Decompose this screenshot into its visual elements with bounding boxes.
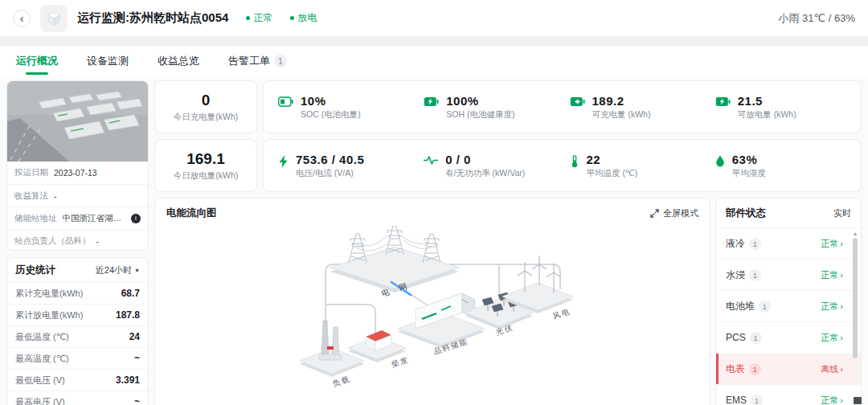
page-title: 运行监测:苏州乾时站点0054 — [77, 10, 228, 26]
monitoring-page: ‹ 运行监测:苏州乾时站点0054 正常 放电 小雨 31℃ / 63% 运行概… — [0, 0, 868, 405]
today-discharge-card: 169.1 今日放电量(kWh) — [154, 139, 257, 192]
tab-bar: 运行概况 设备监测 收益总览 告警工单1 — [0, 46, 868, 76]
battery-soc-icon — [278, 96, 293, 107]
fullscreen-button[interactable]: 全屏模式 — [650, 207, 698, 219]
power-wave-icon — [424, 155, 438, 166]
top-header: ‹ 运行监测:苏州乾时站点0054 正常 放电 小雨 31℃ / 63% — [0, 0, 868, 36]
component-list-scrollbar[interactable]: ▲ — [851, 231, 859, 405]
status-badge-normal: 正常 — [246, 11, 272, 25]
kpi-avg-humidity: 63%平均湿度 — [715, 153, 861, 179]
header-divider — [0, 36, 868, 46]
storage-node — [398, 293, 485, 348]
battery-dischargeable-icon — [715, 96, 731, 107]
component-row-water-immersion[interactable]: 水浸1 正常› — [716, 260, 861, 291]
power-flow-card: 电能流向图 全屏模式 — [154, 198, 710, 405]
green-dot-icon — [246, 16, 250, 20]
history-stats-card: 历史统计 近24小时▼ 累计充电量(kWh)68.7 累计放电量(kWh)187… — [6, 257, 149, 405]
history-row: 累计充电量(kWh)68.7 — [7, 282, 148, 304]
today-charge-card: 0 今日充电量(kWh) — [154, 80, 257, 133]
component-row-ems[interactable]: EMS1 正常› — [716, 385, 861, 405]
chevron-right-icon: › — [840, 395, 843, 405]
count-badge: 1 — [750, 332, 762, 344]
count-badge: 1 — [749, 238, 761, 250]
info-row-commission-date: 投运日期 2023-07-13 — [7, 162, 148, 184]
component-row-battery-stack[interactable]: 电池堆1 正常› — [716, 291, 861, 322]
station-info-card: 投运日期 2023-07-13 收益算法 - 储能站地址 中国浙江省湖州市吴兴区… — [6, 80, 149, 251]
droplet-icon — [715, 155, 725, 167]
chevron-left-icon: ‹ — [20, 13, 24, 24]
battery-kpi-card: 10%SOC (电池电量) 100%SOH (电池健康度) 189.2可充电量 … — [263, 80, 862, 133]
realtime-toggle[interactable]: 实时 — [833, 207, 851, 219]
flow-title: 电能流向图 — [166, 207, 217, 220]
info-icon[interactable]: i — [131, 214, 141, 223]
kpi-power: 0 / 0有/无功功率 (kW/Var) — [424, 153, 569, 179]
grid-node — [330, 226, 459, 292]
history-row: 累计放电量(kWh)187.8 — [7, 304, 148, 325]
info-row-address: 储能站地址 中国浙江省湖州市吴兴区... i — [7, 207, 148, 229]
component-row-pcs[interactable]: PCS1 正常› — [716, 322, 861, 354]
tab-alarm-orders[interactable]: 告警工单1 — [228, 46, 287, 76]
station-cube-icon — [40, 5, 68, 32]
battery-soh-icon — [424, 96, 439, 107]
chevron-right-icon: › — [840, 364, 843, 374]
history-row: 最高温度 (℃)~ — [7, 347, 148, 369]
kpi-avg-temp: 22平均温度 (℃) — [570, 153, 715, 179]
count-badge: 1 — [759, 301, 771, 313]
history-range-dropdown[interactable]: 近24小时▼ — [96, 264, 140, 276]
chevron-right-icon: › — [840, 239, 843, 248]
back-button[interactable]: ‹ — [13, 10, 31, 27]
chevron-right-icon: › — [840, 270, 843, 280]
kpi-chargeable: 189.2可充电量 (kWh) — [570, 94, 715, 121]
kpi-soc: 10%SOC (电池电量) — [278, 94, 424, 121]
electrical-kpi-card: 753.6 / 40.5电压/电流 (V/A) 0 / 0有/无功功率 (kW/… — [263, 139, 862, 192]
scroll-up-icon: ▲ — [853, 231, 858, 237]
battery-chargeable-icon — [570, 96, 585, 107]
component-row-liquid-cooling[interactable]: 液冷1 正常› — [716, 228, 861, 260]
weather-info: 小雨 31℃ / 63% — [778, 11, 855, 26]
info-row-revenue-algo: 收益算法 - — [7, 184, 148, 207]
alarm-count-badge: 1 — [274, 55, 287, 68]
green-dot-icon — [290, 16, 294, 20]
tab-revenue[interactable]: 收益总览 — [158, 46, 199, 76]
tab-overview[interactable]: 运行概况 — [16, 46, 58, 76]
tab-device-monitor[interactable]: 设备监测 — [87, 46, 129, 76]
chevron-right-icon: › — [840, 333, 843, 342]
wind-label: 风电 — [551, 306, 571, 321]
kpi-voltage-current: 753.6 / 40.5电压/电流 (V/A) — [278, 153, 424, 179]
count-badge: 1 — [749, 363, 761, 375]
page-corner-widget[interactable] — [854, 397, 862, 404]
count-badge: 1 — [751, 395, 763, 405]
kpi-soh: 100%SOH (电池健康度) — [424, 94, 569, 121]
scrollbar-thumb[interactable] — [853, 238, 858, 358]
thermometer-icon — [570, 155, 579, 168]
diesel-label: 柴发 — [390, 354, 410, 369]
info-row-manager: 站点负责人（品科） - — [7, 229, 148, 251]
kpi-dischargeable: 21.5可放电量 (kWh) — [715, 94, 861, 121]
history-row: 最高电压 (V)~ — [7, 391, 148, 405]
history-row: 最低电压 (V)3.391 — [7, 369, 148, 391]
component-status-card: 部件状态 实时 液冷1 正常› 水浸1 正常› 电池堆1 正常› PCS1 正常… — [715, 198, 862, 405]
status-badge-discharging: 放电 — [290, 11, 317, 25]
bolt-icon — [278, 155, 289, 168]
component-status-title: 部件状态 — [726, 207, 766, 220]
history-title: 历史统计 — [15, 264, 55, 277]
expand-icon — [650, 209, 659, 218]
component-list: 液冷1 正常› 水浸1 正常› 电池堆1 正常› PCS1 正常› 电表1 离线… — [716, 227, 861, 405]
station-photo — [7, 81, 148, 162]
power-flow-diagram: 电网 负载 柴发 — [155, 226, 710, 405]
count-badge: 1 — [749, 269, 761, 281]
load-label: 负载 — [331, 374, 351, 388]
component-row-meter[interactable]: 电表1 离线› — [716, 354, 861, 385]
history-row: 最低温度 (℃)24 — [7, 325, 148, 347]
chevron-right-icon: › — [840, 301, 843, 311]
chevron-down-icon: ▼ — [134, 268, 140, 273]
